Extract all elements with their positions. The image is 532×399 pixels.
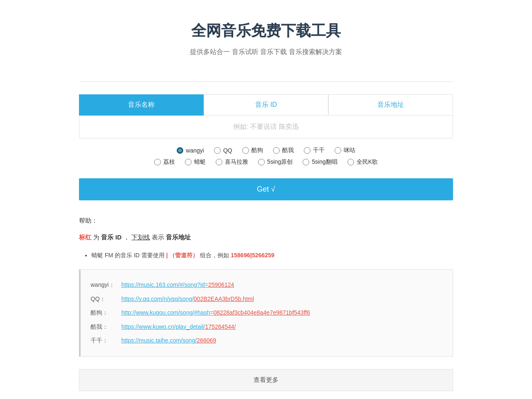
url-id-kuwo: 175264544/ — [205, 323, 236, 330]
url-row-qianqian: 千千： https://music.taihe.com/song/266069 — [91, 334, 443, 348]
radio-wangyi[interactable] — [177, 147, 183, 154]
platform-row-1: wangyi QQ 酷狗 酷我 千千 咪咕 — [79, 147, 453, 154]
platform-radio-group: wangyi QQ 酷狗 酷我 千千 咪咕 — [79, 147, 453, 166]
url-link-kugou[interactable]: http://www.kugou.com/song/#hash=08228af3… — [121, 306, 310, 320]
help-section: 帮助： 标红 为 音乐 ID ， 下划线 表示 音乐地址 蜻蜓 FM 的音乐 I… — [79, 217, 453, 357]
platform-ximalayas[interactable]: 喜马拉雅 — [216, 158, 248, 166]
help-bold-id: 音乐 ID — [101, 234, 121, 241]
url-link-kuwo[interactable]: https://www.kuwo.cn/play_detail/17526454… — [121, 320, 236, 334]
radio-5singyuanchuang[interactable] — [258, 159, 265, 165]
radio-qq[interactable] — [214, 147, 221, 154]
label-ximalayas: 喜马拉雅 — [225, 158, 248, 166]
url-row-kuwo: 酷我： https://www.kuwo.cn/play_detail/1752… — [91, 320, 443, 334]
url-link-qq[interactable]: https://y.qq.com/n/yqq/song/002B2EAA3brD… — [121, 292, 254, 306]
url-id-kugou: 08228af3cb404e8a4e7e9871bf543ff6 — [213, 309, 310, 316]
platform-kugou[interactable]: 酷狗 — [242, 147, 263, 154]
radio-kuwo[interactable] — [273, 147, 280, 154]
platform-qianqian[interactable]: 千千 — [304, 147, 325, 154]
help-description: 标红 为 音乐 ID ， 下划线 表示 音乐地址 — [79, 232, 453, 243]
platform-wangyi[interactable]: wangyi — [177, 147, 204, 154]
label-kuwo: 酷我 — [282, 147, 294, 154]
tab-music-id[interactable]: 音乐 ID — [204, 94, 328, 116]
tab-music-name[interactable]: 音乐名称 — [79, 94, 204, 116]
search-input-wrapper — [79, 116, 453, 138]
radio-migu[interactable] — [335, 147, 341, 154]
label-lizhi: 荔枝 — [163, 158, 175, 166]
search-input[interactable] — [79, 116, 453, 138]
page-title: 全网音乐免费下载工具 — [79, 21, 453, 41]
help-text-2: 表示 — [152, 234, 166, 241]
platform-qq[interactable]: QQ — [214, 147, 232, 154]
help-list: 蜻蜓 FM 的音乐 ID 需要使用 | （管道符） 组合，例如 158696|5… — [91, 249, 453, 261]
label-migu: 咪咕 — [344, 147, 355, 154]
label-qianqian: 千千 — [313, 147, 325, 154]
url-row-wangyi: wangyi： https://music.163.com/#/song?id=… — [91, 278, 443, 292]
help-list-text-middle: 组合，例如 — [200, 252, 231, 259]
help-red-text: 标红 — [79, 234, 91, 241]
url-examples-box: wangyi： https://music.163.com/#/song?id=… — [79, 269, 453, 357]
tab-music-url[interactable]: 音乐地址 — [328, 94, 453, 116]
platform-migu[interactable]: 咪咕 — [335, 147, 355, 154]
url-id-wangyi: 25906124 — [208, 281, 234, 288]
help-list-text-before: 蜻蜓 FM 的音乐 ID 需要使用 — [91, 252, 166, 259]
radio-qingting[interactable] — [185, 159, 192, 165]
platform-5singfanchang[interactable]: 5sing翻唱 — [303, 158, 337, 166]
see-more-wrapper: 查看更多 — [79, 369, 453, 391]
url-label-kuwo: 酷我： — [91, 320, 120, 334]
radio-quanmink[interactable] — [347, 159, 354, 165]
radio-5singfanchang[interactable] — [303, 159, 309, 165]
radio-qianqian[interactable] — [304, 147, 310, 154]
url-row-kugou: 酷狗： http://www.kugou.com/song/#hash=0822… — [91, 306, 443, 320]
help-text-1: 为 — [93, 234, 101, 241]
label-5singfanchang: 5sing翻唱 — [312, 158, 337, 166]
help-comma: ， — [123, 234, 130, 241]
divider — [79, 81, 453, 82]
label-quanmink: 全民K歌 — [357, 158, 378, 166]
platform-row-2: 荔枝 蜻蜓 喜马拉雅 5sing原创 5sing翻唱 全民K歌 — [79, 158, 453, 166]
url-label-qianqian: 千千： — [91, 334, 120, 348]
label-wangyi: wangyi — [186, 147, 204, 154]
radio-ximalayas[interactable] — [216, 159, 222, 165]
radio-kugou[interactable] — [242, 147, 249, 154]
get-button[interactable]: Get √ — [79, 178, 453, 200]
help-bold-url: 音乐地址 — [166, 234, 191, 241]
search-tabs: 音乐名称 音乐 ID 音乐地址 — [79, 94, 453, 116]
help-list-item-1: 蜻蜓 FM 的音乐 ID 需要使用 | （管道符） 组合，例如 158696|5… — [91, 249, 453, 261]
url-id-qianqian: 266069 — [197, 337, 216, 344]
url-label-qq: QQ： — [91, 292, 120, 306]
url-link-qianqian[interactable]: https://music.taihe.com/song/266069 — [121, 334, 216, 348]
help-underline-text: 下划线 — [131, 234, 150, 241]
platform-kuwo[interactable]: 酷我 — [273, 147, 294, 154]
url-label-kugou: 酷狗： — [91, 306, 120, 320]
platform-lizhi[interactable]: 荔枝 — [154, 158, 175, 166]
radio-lizhi[interactable] — [154, 159, 161, 165]
label-qingting: 蜻蜓 — [194, 158, 206, 166]
platform-qingting[interactable]: 蜻蜓 — [185, 158, 206, 166]
label-qq: QQ — [223, 147, 232, 154]
see-more-button[interactable]: 查看更多 — [79, 369, 453, 391]
url-row-qq: QQ： https://y.qq.com/n/yqq/song/002B2EAA… — [91, 292, 443, 306]
help-title: 帮助： — [79, 217, 453, 225]
header: 全网音乐免费下载工具 提供多站合一 音乐试听 音乐下载 音乐搜索解决方案 — [79, 0, 453, 69]
url-label-wangyi: wangyi： — [91, 278, 120, 292]
platform-quanmink[interactable]: 全民K歌 — [347, 158, 378, 166]
url-id-qq: 002B2EAA3brD5b.html — [194, 296, 254, 302]
help-pipe-example: 158696|5266259 — [231, 252, 274, 259]
label-5singyuanchuang: 5sing原创 — [267, 158, 293, 166]
help-pipe-symbol: | （管道符） — [166, 252, 199, 259]
url-link-wangyi[interactable]: https://music.163.com/#/song?id=25906124 — [121, 278, 234, 292]
label-kugou: 酷狗 — [251, 147, 263, 154]
page-subtitle: 提供多站合一 音乐试听 音乐下载 音乐搜索解决方案 — [79, 48, 453, 57]
platform-5singyuanchuang[interactable]: 5sing原创 — [258, 158, 293, 166]
